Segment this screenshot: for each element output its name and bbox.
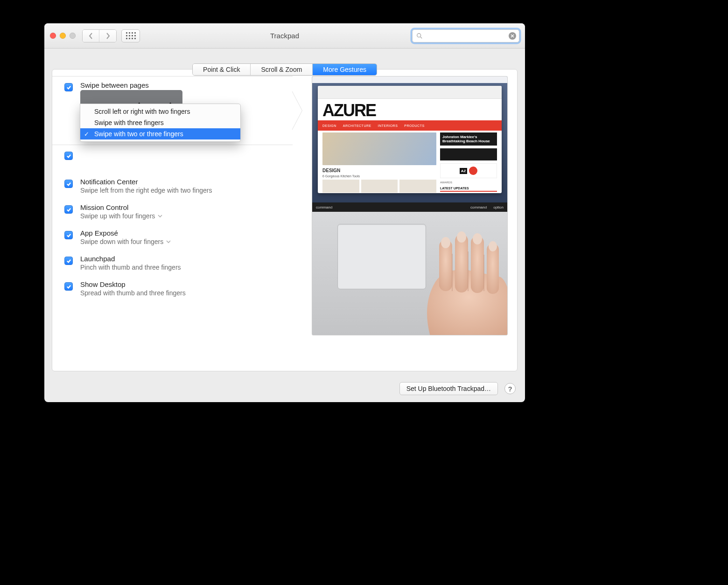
gesture-list: Swipe between pages Swipe with two or th… [52,76,293,301]
nav-buttons [82,29,117,42]
preview-site-nav: DESIGN ARCHITECTURE INTERIORS PRODUCTS [318,120,502,131]
gesture-preview: AZURE DESIGN ARCHITECTURE INTERIORS PROD… [312,76,508,335]
gesture-mission-control[interactable]: Mission Control Swipe up with four finge… [52,199,293,224]
checkbox-notification-center[interactable] [64,180,73,188]
gesture-title: Mission Control [80,203,293,211]
svg-point-8 [473,233,482,244]
preview-browser-window: AZURE DESIGN ARCHITECTURE INTERIORS PROD… [318,86,502,193]
dropdown-option-swipe-two-or-three[interactable]: ✓ Swipe with two or three fingers [80,128,240,139]
preview-latest-label: LATEST UPDATES [440,187,497,192]
setup-bluetooth-trackpad-button[interactable]: Set Up Bluetooth Trackpad… [399,382,498,395]
svg-point-6 [441,237,450,248]
svg-rect-4 [471,236,484,293]
tab-point-and-click[interactable]: Point & Click [193,64,251,75]
gesture-title: App Exposé [80,229,293,237]
gesture-option-dropdown[interactable]: Swipe up with four fingers [80,212,293,220]
preview-side-text [440,148,497,160]
gesture-subtitle: Swipe left from the right edge with two … [80,187,293,194]
preview-awards-badge: AZ [440,163,497,178]
show-all-button[interactable] [121,29,140,42]
checkbox-mission-control[interactable] [64,205,73,214]
footer: Set Up Bluetooth Trackpad… ? [44,375,525,402]
gesture-option-dropdown[interactable]: Swipe down with four fingers [80,238,293,245]
close-window-button[interactable] [50,33,56,39]
gesture-notification-center[interactable]: Notification Center Swipe left from the … [52,173,293,199]
check-icon [66,284,71,289]
svg-point-0 [417,33,421,37]
checkbox-swipe-between-pages[interactable] [64,83,73,91]
gesture-swipe-full-screen[interactable] [52,145,293,173]
preview-trackpad-area [312,212,507,335]
grid-icon [126,32,136,39]
search-icon [416,33,423,39]
svg-point-7 [457,231,466,243]
checkbox-show-desktop[interactable] [64,282,73,291]
minimize-window-button[interactable] [60,33,66,39]
tab-bar: Point & Click Scroll & Zoom More Gesture… [192,63,377,76]
check-icon [66,258,71,264]
chevron-left-icon [88,33,94,39]
check-icon [66,85,71,90]
checkbox-swipe-full-screen[interactable] [64,152,73,160]
gesture-title: Launchpad [80,255,293,263]
check-icon [66,153,71,159]
red-circle-icon [469,167,477,175]
nav-forward-button[interactable] [99,30,116,42]
gesture-swipe-between-pages[interactable]: Swipe between pages Swipe with two or th… [52,76,293,145]
tab-more-gestures[interactable]: More Gestures [313,64,377,75]
gesture-title: Swipe between pages [80,81,293,89]
gesture-title: Notification Center [80,178,293,186]
preview-side-column: Johnston Marklee's Breathtaking Beach Ho… [440,132,497,193]
gesture-app-expose[interactable]: App Exposé Swipe down with four fingers [52,224,293,250]
preview-hero-image [322,132,436,165]
help-button[interactable]: ? [504,383,516,394]
gesture-title: Show Desktop [80,280,293,288]
close-icon [511,34,514,38]
dropdown-menu: Scroll left or right with two fingers Sw… [80,104,241,142]
preferences-window: Trackpad Point & Click Scroll & Zoom Mor… [44,23,525,402]
gesture-subtitle: Pinch with thumb and three fingers [80,264,293,271]
tab-scroll-and-zoom[interactable]: Scroll & Zoom [251,64,313,75]
preview-main-column: DESIGN 6 Gorgeous Kitchen Tools [322,132,436,193]
svg-point-9 [489,241,497,251]
gesture-show-desktop[interactable]: Show Desktop Spread with thumb and three… [52,276,293,301]
search-field-wrap[interactable] [412,29,519,42]
check-icon [66,181,71,187]
nav-back-button[interactable] [83,30,99,42]
preview-keyboard-row: command command option [312,202,507,212]
gesture-subtitle: Spread with thumb and three fingers [80,289,293,297]
checkbox-launchpad[interactable] [64,257,73,265]
preview-site-logo: AZURE [318,99,502,120]
svg-line-1 [420,36,422,38]
zoom-window-button[interactable] [70,33,76,39]
hand-icon [403,226,508,335]
preview-screen: AZURE DESIGN ARCHITECTURE INTERIORS PROD… [312,77,507,202]
settings-panel: Swipe between pages Swipe with two or th… [52,69,518,371]
preview-thumbnails [322,180,436,193]
preview-browser-toolbar [318,86,502,99]
window-title: Trackpad [270,32,299,40]
preview-side-headline: Johnston Marklee's Breathtaking Beach Ho… [440,132,497,146]
check-icon [66,233,71,238]
svg-rect-3 [455,234,468,292]
gesture-launchpad[interactable]: Launchpad Pinch with thumb and three fin… [52,250,293,276]
dropdown-option-scroll-two-fingers[interactable]: Scroll left or right with two fingers [80,106,240,117]
titlebar: Trackpad [44,23,525,49]
dropdown-option-swipe-three-fingers[interactable]: Swipe with three fingers [80,117,240,128]
preview-section-label: DESIGN [322,168,436,173]
check-icon [66,207,71,212]
preview-menubar [312,77,507,83]
window-controls [50,33,76,39]
search-input[interactable] [426,32,509,39]
chevron-down-icon [158,214,162,218]
check-icon: ✓ [84,131,89,138]
preview-article-title: 6 Gorgeous Kitchen Tools [322,174,436,178]
clear-search-button[interactable] [509,32,516,40]
chevron-right-icon [105,33,111,39]
checkbox-app-expose[interactable] [64,231,73,239]
chevron-down-icon [166,239,171,244]
